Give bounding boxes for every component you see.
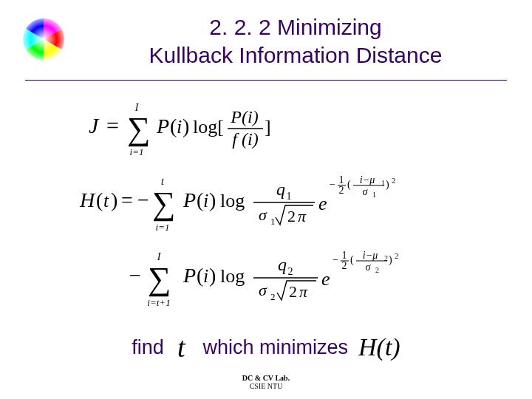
svg-text:−: −: [137, 188, 149, 211]
svg-text:σ: σ: [363, 186, 369, 197]
svg-text:e: e: [318, 193, 327, 214]
formula-H-line1: H ( t ) = − ∑ t i=1 P ( i ) log q 1: [0, 168, 532, 236]
footer-line1: DC & CV Lab.: [0, 374, 532, 382]
svg-text:(: (: [170, 115, 177, 137]
svg-text:2: 2: [375, 266, 379, 274]
svg-text:=: =: [121, 188, 133, 211]
svg-text:2: 2: [270, 291, 276, 302]
svg-text:2: 2: [287, 207, 296, 225]
svg-text:i=1: i=1: [156, 222, 170, 233]
svg-text:P(i): P(i): [230, 107, 258, 126]
bottom-statement: find t which minimizes H(t): [0, 329, 532, 366]
svg-text:t: t: [103, 190, 109, 211]
svg-text:1: 1: [372, 191, 376, 199]
svg-text:): ): [389, 254, 392, 266]
svg-text:): ): [209, 264, 216, 287]
variable-t: t: [177, 331, 185, 364]
svg-text:q: q: [276, 180, 285, 199]
svg-text:i: i: [203, 265, 208, 287]
svg-text:log: log: [220, 265, 245, 287]
svg-text:H: H: [79, 188, 96, 211]
slide: 2. 2. 2 Minimizing Kullback Information …: [0, 0, 532, 399]
svg-text:q: q: [278, 255, 287, 274]
color-wheel-icon: [21, 16, 66, 62]
footer-line2: CSIE NTU: [0, 382, 532, 390]
svg-text:P: P: [183, 188, 196, 211]
svg-text:2: 2: [395, 251, 399, 260]
svg-text:): ): [183, 115, 189, 137]
svg-text:−: −: [129, 264, 141, 287]
svg-text:P: P: [183, 264, 196, 287]
svg-text:log: log: [220, 190, 245, 211]
svg-text:2: 2: [289, 282, 297, 301]
svg-text:log[: log[: [193, 116, 224, 137]
svg-text:f (i): f (i): [232, 129, 258, 149]
page-title: 2. 2. 2 Minimizing Kullback Information …: [96, 13, 495, 69]
svg-text:(: (: [96, 188, 103, 211]
find-label: find: [132, 336, 164, 359]
svg-text:∑: ∑: [148, 261, 171, 297]
title-underline: [25, 80, 507, 81]
svg-text:π: π: [298, 207, 307, 225]
formula-J: J = ∑ I i=1 P ( i ) log[ P(i) f (i) ]: [0, 99, 532, 160]
svg-text:(: (: [347, 179, 351, 191]
svg-text:i−μ: i−μ: [360, 174, 375, 185]
svg-point-0: [21, 17, 66, 61]
svg-text:=: =: [106, 113, 119, 137]
svg-text:σ: σ: [259, 281, 267, 299]
svg-text:2: 2: [288, 266, 293, 277]
svg-text:∑: ∑: [127, 111, 150, 147]
svg-text:σ: σ: [366, 262, 372, 273]
svg-text:i−μ: i−μ: [363, 250, 378, 261]
svg-text:i: i: [177, 116, 182, 137]
title-line1: 2. 2. 2 Minimizing: [209, 15, 381, 39]
svg-text:(: (: [350, 254, 354, 266]
svg-text:i=t+1: i=t+1: [147, 297, 170, 308]
svg-text:2: 2: [342, 260, 347, 271]
svg-text:∑: ∑: [152, 185, 175, 222]
svg-text:1: 1: [342, 250, 347, 261]
title-line2: Kullback Information Distance: [149, 43, 443, 67]
formula-H-line2: − ∑ I i=t+1 P ( i ) log q 2 σ 2: [0, 244, 532, 312]
svg-text:−: −: [332, 254, 338, 265]
which-minimizes-label: which minimizes: [202, 336, 348, 359]
svg-text:σ: σ: [259, 205, 267, 224]
svg-text:): ): [209, 188, 216, 211]
svg-text:e: e: [321, 268, 330, 290]
svg-text:]: ]: [265, 116, 271, 137]
svg-text:): ): [386, 179, 389, 191]
svg-text:i: i: [203, 190, 208, 211]
svg-text:): ): [111, 188, 117, 211]
svg-text:1: 1: [287, 191, 292, 202]
svg-text:P: P: [156, 115, 169, 137]
svg-text:1: 1: [270, 216, 276, 227]
svg-text:J: J: [89, 113, 100, 137]
svg-text:i=1: i=1: [130, 146, 144, 157]
svg-text:(: (: [197, 188, 203, 211]
svg-text:2: 2: [339, 185, 344, 196]
footer: DC & CV Lab. CSIE NTU: [0, 374, 532, 390]
svg-text:(: (: [197, 264, 203, 287]
svg-text:−: −: [330, 179, 335, 190]
svg-text:1: 1: [339, 174, 344, 185]
svg-text:2: 2: [392, 176, 396, 185]
function-Ht: H(t): [358, 333, 400, 361]
svg-text:π: π: [299, 282, 308, 301]
